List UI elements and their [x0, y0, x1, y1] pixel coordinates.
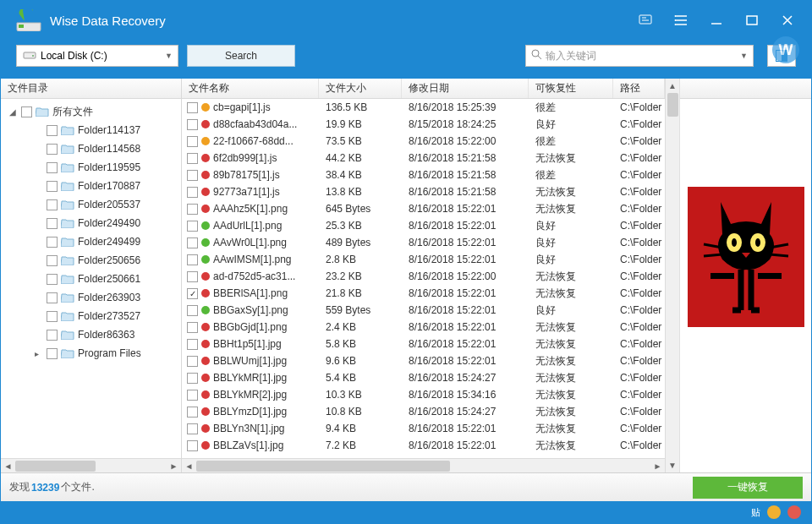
checkbox[interactable]: [47, 348, 58, 359]
file-row[interactable]: BBLZaVs[1].jpg7.2 KB8/16/2018 15:22:01无法…: [182, 437, 665, 454]
keyword-input[interactable]: [546, 50, 740, 62]
tree-folder[interactable]: Folder114137: [1, 121, 181, 139]
tree-folder[interactable]: Folder249499: [1, 232, 181, 251]
row-checkbox[interactable]: [187, 440, 198, 451]
checkbox[interactable]: [47, 144, 58, 155]
checkbox[interactable]: [47, 181, 58, 192]
row-checkbox[interactable]: [187, 221, 198, 232]
file-row[interactable]: AAvWr0L[1].png489 Bytes8/16/2018 15:22:0…: [182, 234, 665, 251]
scroll-left-arrow-icon[interactable]: ◄: [1, 459, 15, 473]
file-row[interactable]: 22-f10667-68dd...73.5 KB8/16/2018 15:22:…: [182, 133, 665, 150]
row-checkbox[interactable]: [187, 153, 198, 164]
file-row[interactable]: d88cfaab43d04a...19.9 KB8/15/2018 18:24:…: [182, 116, 665, 133]
row-checkbox[interactable]: [187, 339, 198, 350]
scroll-right-arrow-icon[interactable]: ►: [650, 459, 665, 473]
tree-folder[interactable]: Folder249490: [1, 214, 181, 232]
favorite-icon[interactable]: [767, 505, 781, 519]
row-checkbox[interactable]: [187, 204, 198, 215]
scroll-up-arrow-icon[interactable]: ▲: [666, 79, 679, 93]
row-checkbox[interactable]: [187, 237, 198, 248]
row-checkbox[interactable]: [187, 254, 198, 265]
col-name[interactable]: 文件名称: [182, 79, 319, 98]
file-row[interactable]: BBLYn3N[1].jpg9.4 KB8/16/2018 15:22:01无法…: [182, 420, 665, 437]
minimize-button[interactable]: [710, 14, 723, 27]
recover-button[interactable]: 一键恢复: [693, 477, 803, 499]
drive-select[interactable]: Local Disk (C:) ▼: [16, 45, 178, 67]
file-row[interactable]: ad-d752d5-ac31...23.2 KB8/16/2018 15:22:…: [182, 268, 665, 285]
close-button[interactable]: [781, 14, 794, 27]
row-checkbox[interactable]: [187, 390, 198, 401]
sidebar-horizontal-scrollbar[interactable]: ◄ ►: [1, 458, 181, 472]
checkbox[interactable]: [47, 162, 58, 173]
tree-folder[interactable]: ▸Program Files: [1, 344, 181, 363]
row-checkbox[interactable]: [187, 322, 198, 333]
file-row[interactable]: BBLYmzD[1].jpg10.8 KB8/16/2018 15:24:27无…: [182, 403, 665, 420]
scrollbar-thumb[interactable]: [15, 461, 96, 472]
checkbox[interactable]: [47, 255, 58, 266]
weibo-icon[interactable]: [787, 505, 801, 519]
file-row[interactable]: AAwIMSM[1].png2.8 KB8/16/2018 15:22:01良好…: [182, 251, 665, 268]
file-row[interactable]: BBERlSA[1].png21.8 KB8/16/2018 15:22:01无…: [182, 285, 665, 302]
row-checkbox[interactable]: [187, 423, 198, 434]
tree-folder[interactable]: Folder119595: [1, 158, 181, 177]
scroll-right-arrow-icon[interactable]: ►: [167, 459, 181, 473]
checkbox[interactable]: [47, 274, 58, 285]
col-size[interactable]: 文件大小: [319, 79, 402, 98]
row-checkbox[interactable]: [187, 288, 198, 299]
collapse-icon[interactable]: ◢: [9, 107, 18, 117]
feedback-icon[interactable]: [639, 14, 652, 27]
scroll-left-arrow-icon[interactable]: ◄: [182, 459, 196, 473]
search-button[interactable]: Search: [187, 45, 295, 67]
checkbox[interactable]: [47, 125, 58, 136]
checkbox[interactable]: [47, 199, 58, 210]
row-checkbox[interactable]: [187, 136, 198, 147]
scrollbar-thumb[interactable]: [196, 461, 450, 472]
row-checkbox[interactable]: [187, 271, 198, 282]
tree-root[interactable]: ◢所有文件: [1, 102, 181, 121]
checkbox[interactable]: [47, 237, 58, 248]
row-checkbox[interactable]: [187, 170, 198, 181]
row-checkbox[interactable]: [187, 373, 198, 384]
file-row[interactable]: BBGbGjd[1].png2.4 KB8/16/2018 15:22:01无法…: [182, 319, 665, 336]
row-checkbox[interactable]: [187, 305, 198, 316]
grid-vertical-scrollbar[interactable]: ▲ ▼: [665, 79, 679, 472]
row-checkbox[interactable]: [187, 356, 198, 367]
row-checkbox[interactable]: [187, 102, 198, 113]
grid-horizontal-scrollbar[interactable]: ◄ ►: [182, 458, 665, 472]
row-checkbox[interactable]: [187, 119, 198, 130]
tree-folder[interactable]: Folder114568: [1, 139, 181, 158]
checkbox[interactable]: [47, 218, 58, 229]
checkbox[interactable]: [21, 106, 32, 117]
file-row[interactable]: AAdUrlL[1].png25.3 KB8/16/2018 15:22:01良…: [182, 217, 665, 234]
file-row[interactable]: 6f2db999[1].js44.2 KB8/16/2018 15:21:58无…: [182, 150, 665, 166]
tree-folder[interactable]: Folder170887: [1, 177, 181, 195]
keyword-search[interactable]: ▼: [525, 45, 754, 67]
file-row[interactable]: 89b78175[1].js38.4 KB8/16/2018 15:21:58很…: [182, 166, 665, 183]
col-date[interactable]: 修改日期: [402, 79, 529, 98]
tree-folder[interactable]: Folder205537: [1, 195, 181, 214]
tree-folder[interactable]: Folder273527: [1, 307, 181, 325]
row-checkbox[interactable]: [187, 187, 198, 198]
tree-folder[interactable]: Folder250661: [1, 270, 181, 288]
tree-folder[interactable]: Folder250656: [1, 251, 181, 270]
col-path[interactable]: 路径: [613, 79, 665, 98]
file-row[interactable]: BBHt1p5[1].jpg5.8 KB8/16/2018 15:22:01无法…: [182, 336, 665, 352]
menu-icon[interactable]: [674, 14, 688, 27]
file-row[interactable]: BBLWUmj[1].jpg9.6 KB8/16/2018 15:22:01无法…: [182, 352, 665, 369]
file-row[interactable]: BBLYkMR[1].jpg5.4 KB8/16/2018 15:24:27无法…: [182, 369, 665, 386]
scrollbar-thumb[interactable]: [667, 93, 678, 117]
checkbox[interactable]: [47, 292, 58, 303]
maximize-button[interactable]: [745, 14, 759, 27]
tree-folder[interactable]: Folder86363: [1, 325, 181, 344]
tree-folder[interactable]: Folder263903: [1, 288, 181, 307]
file-row[interactable]: 92773a71[1].js13.8 KB8/16/2018 15:21:58无…: [182, 183, 665, 200]
scroll-down-arrow-icon[interactable]: ▼: [666, 458, 679, 472]
tieba-link[interactable]: 贴: [751, 506, 760, 519]
col-recoverability[interactable]: 可恢复性: [529, 79, 613, 98]
checkbox[interactable]: [47, 330, 58, 341]
file-row[interactable]: AAAhz5K[1].png645 Bytes8/16/2018 15:22:0…: [182, 200, 665, 217]
file-row[interactable]: cb=gapi[1].js136.5 KB8/16/2018 15:25:39很…: [182, 99, 665, 116]
expand-icon[interactable]: ▸: [35, 349, 43, 358]
file-row[interactable]: BBGaxSy[1].png559 Bytes8/16/2018 15:22:0…: [182, 302, 665, 319]
file-row[interactable]: BBLYkMR[2].jpg10.3 KB8/16/2018 15:34:16无…: [182, 386, 665, 403]
